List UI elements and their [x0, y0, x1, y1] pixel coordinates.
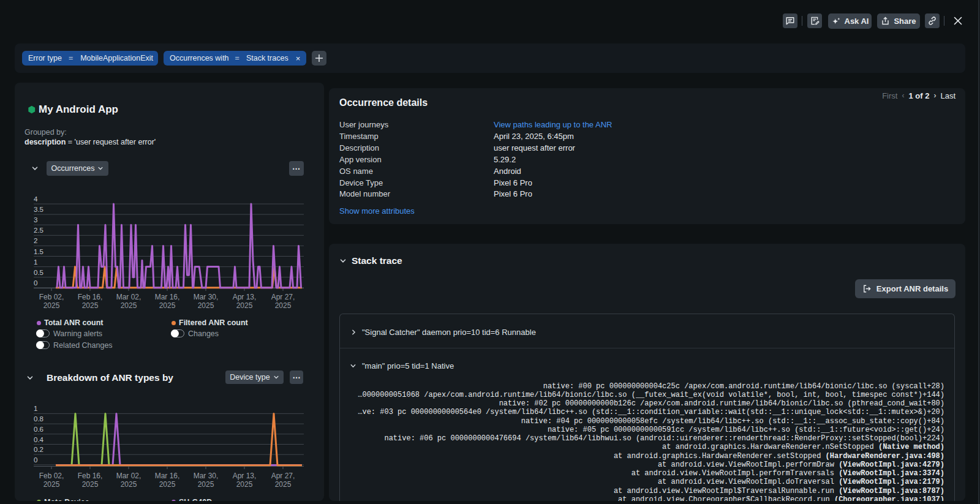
svg-text:Mar 30,: Mar 30,	[194, 472, 219, 480]
svg-text:2025: 2025	[43, 480, 60, 489]
svg-text:0.2: 0.2	[34, 446, 43, 453]
svg-text:Apr 13,: Apr 13,	[233, 293, 257, 301]
svg-text:2025: 2025	[236, 480, 253, 489]
svg-text:1: 1	[34, 405, 37, 412]
svg-text:Apr 13,: Apr 13,	[233, 472, 257, 480]
svg-text:Mar 16,: Mar 16,	[155, 472, 180, 480]
svg-text:2025: 2025	[82, 480, 99, 489]
svg-text:2025: 2025	[159, 480, 176, 489]
svg-text:Mar 16,: Mar 16,	[155, 293, 180, 301]
svg-text:Feb 16,: Feb 16,	[78, 293, 103, 301]
svg-text:3: 3	[34, 216, 37, 224]
svg-text:0: 0	[34, 279, 37, 287]
svg-text:2025: 2025	[275, 301, 292, 310]
svg-text:2025: 2025	[198, 301, 214, 310]
svg-text:2025: 2025	[43, 301, 60, 310]
svg-text:2025: 2025	[82, 301, 99, 310]
svg-text:3.5: 3.5	[34, 206, 43, 213]
svg-text:0.5: 0.5	[34, 269, 43, 276]
svg-text:Feb 02,: Feb 02,	[39, 293, 64, 301]
svg-text:Apr 27,: Apr 27,	[271, 293, 295, 301]
svg-text:0: 0	[34, 456, 37, 464]
svg-text:4: 4	[34, 195, 38, 203]
svg-text:0.4: 0.4	[34, 436, 44, 443]
svg-text:2.5: 2.5	[34, 227, 43, 234]
svg-text:1.5: 1.5	[34, 248, 43, 255]
svg-text:2025: 2025	[121, 480, 137, 489]
svg-text:1: 1	[34, 258, 37, 266]
svg-text:Feb 16,: Feb 16,	[78, 472, 103, 480]
svg-text:0.6: 0.6	[34, 426, 43, 433]
svg-text:2025: 2025	[121, 301, 137, 310]
svg-text:2025: 2025	[236, 301, 253, 310]
svg-text:Mar 30,: Mar 30,	[194, 293, 219, 301]
svg-text:2025: 2025	[159, 301, 176, 310]
svg-text:0.8: 0.8	[34, 415, 43, 423]
svg-text:Mar 02,: Mar 02,	[116, 472, 141, 480]
svg-text:2025: 2025	[198, 480, 214, 489]
svg-text:Mar 02,: Mar 02,	[116, 293, 141, 301]
svg-text:Feb 02,: Feb 02,	[39, 472, 64, 480]
svg-text:2: 2	[34, 237, 37, 244]
svg-text:2025: 2025	[275, 480, 292, 489]
svg-text:Apr 27,: Apr 27,	[271, 472, 295, 480]
